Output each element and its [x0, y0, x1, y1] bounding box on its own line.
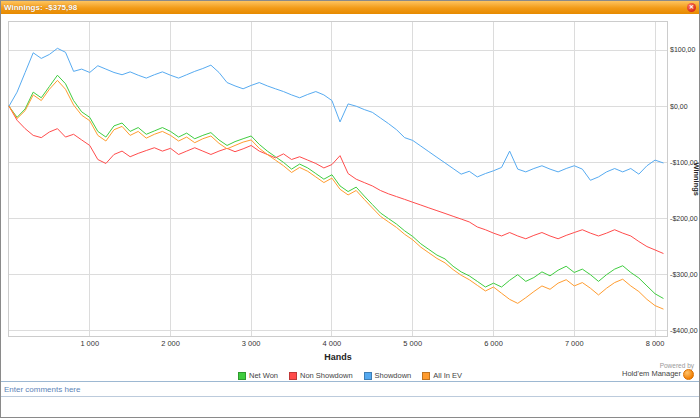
chart-region: $100,00$0,00-$100,00-$200,00-$300,00-$40… — [1, 14, 699, 381]
svg-text:7 000: 7 000 — [565, 339, 584, 348]
bottom-strip — [1, 396, 699, 417]
brand-label: Hold'em Manager — [622, 370, 681, 379]
window-title: Winnings: -$375,98 — [4, 3, 77, 12]
comment-input[interactable] — [1, 383, 699, 395]
svg-text:2 000: 2 000 — [161, 339, 180, 348]
winnings-graph-window: Winnings: -$375,98 ✕ $100,00$0,00-$100,0… — [0, 0, 700, 418]
svg-text:5 000: 5 000 — [403, 339, 422, 348]
svg-text:3 000: 3 000 — [242, 339, 261, 348]
holdem-manager-logo-icon — [683, 369, 694, 380]
svg-text:-$400,00: -$400,00 — [670, 327, 698, 334]
winnings-line-chart: $100,00$0,00-$100,00-$200,00-$300,00-$40… — [1, 14, 699, 381]
svg-text:6 000: 6 000 — [484, 339, 503, 348]
close-icon: ✕ — [689, 4, 694, 10]
window-title-label: Winnings: — [4, 3, 43, 12]
close-button[interactable]: ✕ — [687, 3, 696, 12]
svg-text:$100,00: $100,00 — [670, 47, 695, 54]
svg-text:1 000: 1 000 — [80, 339, 99, 348]
titlebar: Winnings: -$375,98 ✕ — [1, 1, 699, 14]
svg-text:-$300,00: -$300,00 — [670, 271, 698, 278]
window-title-value: -$375,98 — [46, 3, 78, 12]
svg-text:8 000: 8 000 — [646, 339, 665, 348]
svg-text:-$200,00: -$200,00 — [670, 215, 698, 222]
svg-text:Hands: Hands — [324, 352, 351, 362]
svg-text:4 000: 4 000 — [323, 339, 342, 348]
comment-bar — [1, 381, 699, 396]
powered-by-block: Powered by Hold'em Manager — [622, 362, 694, 380]
powered-by-label: Powered by — [622, 362, 694, 369]
svg-text:$0,00: $0,00 — [670, 103, 688, 110]
svg-text:Winnings: Winnings — [692, 163, 699, 196]
